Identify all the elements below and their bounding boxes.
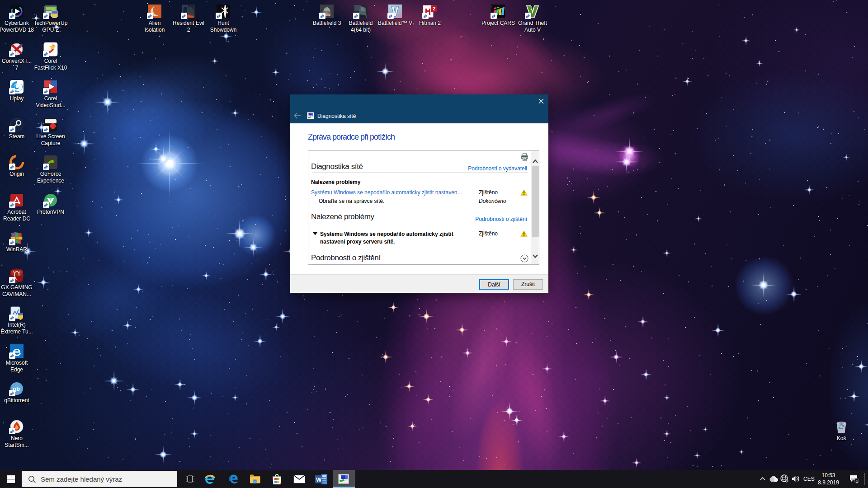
svg-text:1: 1 [856, 479, 858, 483]
svg-text:W: W [316, 476, 322, 483]
svg-text:7: 7 [19, 42, 23, 49]
svg-text:2: 2 [433, 6, 435, 11]
